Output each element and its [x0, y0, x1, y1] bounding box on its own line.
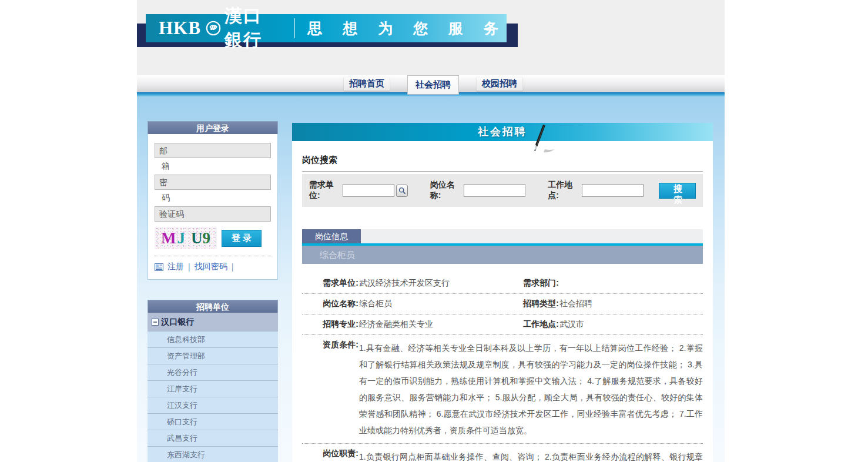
captcha-input[interactable]: 验证码 [155, 206, 271, 222]
login-divider [155, 256, 271, 256]
password-label-overflow: 码 [162, 193, 271, 203]
field-label: 需求单位: [302, 278, 358, 289]
field-value: 社会招聘 [559, 299, 592, 309]
top-header-band: HKB 漢口銀行 思 想 为 您 服 务 [137, 0, 725, 75]
field-value: 武汉经济技术开发区支行 [358, 278, 450, 289]
field-label: 岗位名称: [302, 299, 358, 309]
table-row: 岗位职责: 1.负责银行网点柜面基础业务操作、查阅、咨询； 2.负责柜面业务经办… [302, 444, 703, 462]
email-label-overflow: 箱 [162, 161, 271, 172]
nav-tab-recruit-home[interactable]: 招聘首页 [344, 77, 390, 91]
field-value [559, 278, 559, 289]
field-label: 招聘类型: [502, 299, 559, 309]
search-button[interactable]: 搜 索 [659, 183, 696, 199]
table-row: 需求单位: 武汉经济技术开发区支行 需求部门: [302, 273, 703, 294]
search-unit-label: 需求单位: [309, 180, 341, 201]
login-button[interactable]: 登 录 [222, 230, 262, 247]
search-jobname-input[interactable] [464, 184, 525, 197]
field-label: 资质条件: [302, 340, 358, 438]
password-field[interactable]: 密 [155, 175, 271, 190]
recruit-units-title: 招聘单位 [148, 300, 278, 313]
sidebar: 用户登录 邮 箱 密 码 验证码 M J U 9 [148, 121, 278, 462]
panel-content: 岗位搜索 需求单位: 岗位名称: 工作地点: [292, 155, 713, 462]
unit-item-qiaokou-branch[interactable]: 硚口支行 [148, 413, 278, 430]
field-value: 综合柜员 [358, 299, 392, 309]
table-row: 资质条件: 1.具有金融、经济等相关专业全日制本科及以上学历，有一年以上结算岗位… [302, 335, 703, 444]
magnifier-icon [398, 187, 406, 195]
captcha-image[interactable]: M J U 9 [155, 227, 217, 249]
job-title-bar[interactable]: 综合柜员 [302, 246, 703, 264]
login-panel-title: 用户登录 [148, 121, 278, 134]
login-links: 注册 | 找回密码 | [155, 262, 271, 274]
job-info-tab[interactable]: 岗位信息 [302, 229, 361, 243]
table-row: 岗位名称: 综合柜员 招聘类型: 社会招聘 [302, 294, 703, 314]
field-label: 需求部门: [502, 278, 559, 289]
search-location-input[interactable] [582, 184, 644, 197]
login-panel: 用户登录 邮 箱 密 码 验证码 M J U 9 [148, 121, 278, 280]
social-recruit-banner: 社会招聘 [292, 123, 713, 141]
qualifications-text: 1.具有金融、经济等相关专业全日制本科及以上学历，有一年以上结算岗位工作经验； … [358, 340, 703, 438]
main-content-panel: 社会招聘 岗位搜索 需求单位: [292, 123, 713, 462]
captcha-char: M [161, 229, 176, 247]
brand-name-chinese: 漢口銀行 [224, 4, 279, 52]
captcha-char: 9 [202, 229, 210, 247]
brand-abbreviation: HKB [159, 18, 201, 39]
table-row: 招聘专业: 经济金融类相关专业 工作地点: 武汉市 [302, 314, 703, 335]
unit-item-wuchang-branch[interactable]: 武昌支行 [148, 430, 278, 446]
captcha-char: U [191, 229, 203, 247]
unit-item-jianghan-branch[interactable]: 江汉支行 [148, 397, 278, 413]
captcha-char: J [177, 229, 185, 247]
search-location-label: 工作地点: [548, 180, 580, 201]
field-label: 工作地点: [502, 319, 559, 330]
content-column: HKB 漢口銀行 思 想 为 您 服 务 招聘首页 社会招聘 校园招聘 [137, 0, 725, 462]
search-unit-input[interactable] [343, 184, 394, 197]
responsibilities-text: 1.负责银行网点柜面基础业务操作、查阅、咨询； 2.负责柜面业务经办流程的解释、… [358, 448, 703, 462]
unit-lookup-button[interactable] [396, 185, 407, 197]
nav-tab-social-recruit[interactable]: 社会招聘 [407, 75, 459, 95]
unit-item-asset-mgmt[interactable]: 资产管理部 [148, 347, 278, 364]
login-panel-body: 邮 箱 密 码 验证码 M J U 9 登 录 [148, 134, 278, 280]
unit-root-hankou-bank[interactable]: 汉口银行 [148, 313, 278, 331]
nav-tabs: 招聘首页 社会招聘 校园招聘 [344, 75, 522, 93]
captcha-row: M J U 9 登 录 [155, 227, 271, 249]
page: HKB 漢口銀行 思 想 为 您 服 务 招聘首页 社会招聘 校园招聘 [0, 0, 868, 462]
main-navigation: 招聘首页 社会招聘 校园招聘 [137, 75, 725, 92]
job-search-bar: 需求单位: 岗位名称: 工作地点: 搜 索 [302, 174, 703, 207]
banner-title: 社会招聘 [292, 123, 713, 141]
unit-item-guanggu-branch[interactable]: 光谷分行 [148, 364, 278, 380]
unit-item-dongxihu-branch[interactable]: 东西湖支行 [148, 446, 278, 462]
email-field[interactable]: 邮 [155, 143, 271, 158]
link-divider: | [232, 262, 234, 272]
field-label: 招聘专业: [302, 319, 358, 330]
section-gap [302, 207, 703, 229]
field-value: 经济金融类相关专业 [358, 319, 433, 330]
job-details: 需求单位: 武汉经济技术开发区支行 需求部门: 岗位名称: 综合柜 [302, 273, 703, 462]
brand-banner: HKB 漢口銀行 思 想 为 您 服 务 [146, 14, 507, 42]
unit-item-jiangan-branch[interactable]: 江岸支行 [148, 380, 278, 397]
recruit-units-panel: 招聘单位 汉口银行 信息科技部 资产管理部 光谷分行 江岸支行 江汉支行 硚口支… [148, 300, 278, 462]
search-jobname-label: 岗位名称: [430, 180, 463, 201]
collapse-minus-icon[interactable] [152, 319, 159, 326]
field-label: 岗位职责: [302, 448, 358, 462]
bank-logo-icon [206, 18, 221, 39]
pen-icon [527, 123, 558, 155]
register-link[interactable]: 注册 [167, 262, 184, 272]
nav-tab-campus-recruit[interactable]: 校园招聘 [477, 77, 522, 91]
brand-divider [294, 18, 295, 38]
main-area: 用户登录 邮 箱 密 码 验证码 M J U 9 [137, 96, 725, 462]
forgot-password-link[interactable]: 找回密码 [195, 262, 227, 272]
register-icon [155, 263, 163, 271]
job-info-tab-strip: 岗位信息 [302, 229, 703, 243]
field-value: 武汉市 [559, 319, 584, 330]
link-divider: | [188, 262, 190, 272]
unit-item-it-dept[interactable]: 信息科技部 [148, 331, 278, 347]
brand-slogan: 思 想 为 您 服 务 [307, 19, 507, 38]
search-divider [302, 171, 703, 172]
unit-root-label: 汉口银行 [161, 317, 194, 327]
job-search-title: 岗位搜索 [302, 155, 703, 166]
